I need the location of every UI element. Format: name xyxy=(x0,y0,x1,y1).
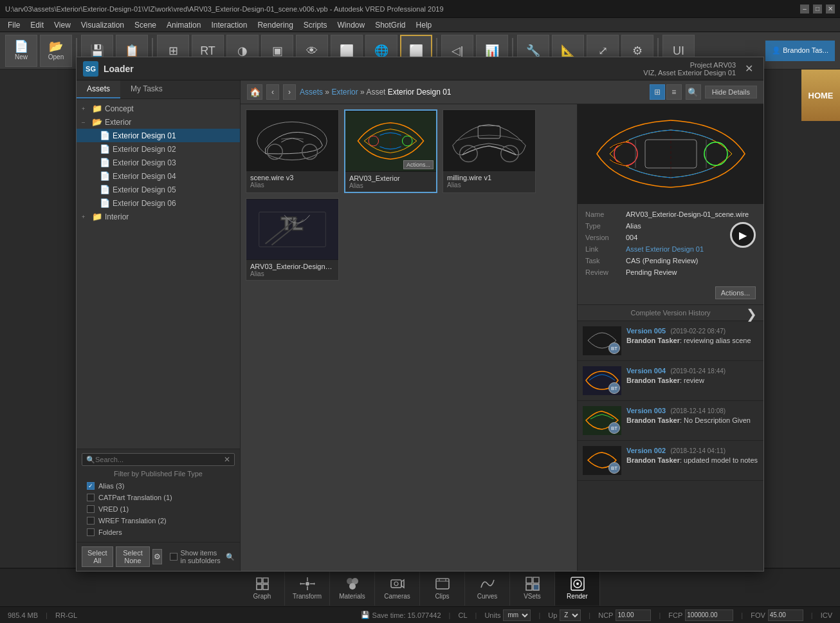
units-select[interactable]: mm cm m xyxy=(503,609,531,621)
taskbar-render[interactable]: Render xyxy=(555,570,600,606)
asset-actions-badge-2[interactable]: Actions... xyxy=(403,160,434,169)
detail-row-task: Task CAS (Pending Review) xyxy=(585,257,704,265)
open-button[interactable]: 📂 Open xyxy=(40,35,72,67)
menu-view[interactable]: View xyxy=(49,19,76,31)
curves-icon xyxy=(480,576,495,591)
detail-row-version: Version 004 xyxy=(585,234,704,241)
tree-item-exterior-design-02[interactable]: 📄 Exterior Design 02 xyxy=(77,142,240,156)
home-button[interactable]: HOME xyxy=(801,70,840,121)
fcp-input[interactable] xyxy=(685,609,733,621)
tree-item-exterior-design-03[interactable]: 📄 Exterior Design 03 xyxy=(77,156,240,169)
asset-grid: scene.wire v3 Alias xyxy=(241,104,577,571)
filter-vred-checkbox[interactable] xyxy=(87,505,95,513)
taskbar-vsets[interactable]: VSets xyxy=(510,570,555,606)
nav-back-button[interactable]: ‹ xyxy=(266,84,279,100)
tree-item-interior[interactable]: + 📁 Interior xyxy=(77,210,240,223)
tab-assets[interactable]: Assets xyxy=(77,80,120,98)
menu-edit[interactable]: Edit xyxy=(25,19,49,31)
menu-animation[interactable]: Animation xyxy=(161,19,206,31)
tree-item-exterior-design-06[interactable]: 📄 Exterior Design 06 xyxy=(77,196,240,210)
filter-catpart[interactable]: CATPart Translation (1) xyxy=(84,492,232,503)
filter-catpart-checkbox[interactable] xyxy=(87,494,95,501)
asset-name-3: milling.wire v1 xyxy=(447,174,531,181)
taskbar-graph[interactable]: Graph xyxy=(240,570,285,606)
new-button[interactable]: 📄 New xyxy=(5,35,37,67)
version-author-004: Brandon Tasker: review xyxy=(626,377,758,384)
units-status: Units mm cm m xyxy=(482,609,533,621)
taskbar-clips[interactable]: Clips xyxy=(420,570,465,606)
asset-card-1[interactable]: scene.wire v3 Alias xyxy=(246,109,339,193)
tree-item-exterior-design-04[interactable]: 📄 Exterior Design 04 xyxy=(77,169,240,183)
asset-info-1: scene.wire v3 Alias xyxy=(246,171,338,191)
tree-item-exterior[interactable]: – 📂 Exterior xyxy=(77,115,240,129)
close-button[interactable]: ✕ xyxy=(826,5,835,14)
tab-my-tasks[interactable]: My Tasks xyxy=(120,80,173,98)
menu-rendering[interactable]: Rendering xyxy=(252,19,298,31)
menu-help[interactable]: Help xyxy=(411,19,437,31)
taskbar-transform[interactable]: Transform xyxy=(285,570,330,606)
tree-item-exterior-design-01[interactable]: 📄 Exterior Design 01 xyxy=(77,129,240,142)
tree-item-exterior-design-05[interactable]: 📄 Exterior Design 05 xyxy=(77,183,240,196)
select-none-button[interactable]: Select None xyxy=(116,546,151,567)
asset-card-3[interactable]: milling.wire v1 Alias xyxy=(443,109,536,193)
subfolder-checkbox[interactable] xyxy=(170,553,178,561)
filter-catpart-label: CATPart Translation (1) xyxy=(98,494,172,501)
loader-nav-arrow[interactable]: ❯ xyxy=(746,306,757,322)
page-icon-ed05: 📄 xyxy=(100,185,110,194)
avatar-003: BT xyxy=(608,422,620,434)
filter-folders[interactable]: Folders xyxy=(84,526,232,538)
svg-rect-25 xyxy=(257,578,262,583)
detail-val-link[interactable]: Asset Exterior Design 01 xyxy=(626,245,704,253)
breadcrumb-exterior[interactable]: Exterior xyxy=(331,88,358,97)
filter-alias[interactable]: Alias (3) xyxy=(84,480,232,492)
menu-visualization[interactable]: Visualization xyxy=(76,19,129,31)
asset-card-4[interactable]: TL TL ARV03_Exterior-Design-0... Alias xyxy=(246,198,339,281)
taskbar-cameras[interactable]: Cameras xyxy=(375,570,420,606)
hide-details-button[interactable]: Hide Details xyxy=(705,86,757,98)
loader-close-button[interactable]: ✕ xyxy=(741,61,757,76)
tree-label-ed01: Exterior Design 01 xyxy=(113,131,176,140)
minimize-button[interactable]: – xyxy=(800,5,809,14)
play-button[interactable]: ▶ xyxy=(730,222,756,248)
asset-search-button[interactable]: 🔍 xyxy=(686,84,701,100)
svg-marker-34 xyxy=(300,582,301,585)
filter-vred[interactable]: VRED (1) xyxy=(84,503,232,515)
save-as-icon: 📋 xyxy=(125,45,139,57)
nav-forward-button[interactable]: › xyxy=(283,84,296,100)
detail-actions-button[interactable]: Actions... xyxy=(715,286,756,299)
menu-interaction[interactable]: Interaction xyxy=(206,19,252,31)
fov-input[interactable] xyxy=(768,609,803,621)
menu-shotgrid[interactable]: ShotGrid xyxy=(370,19,410,31)
taskbar-materials[interactable]: Materials xyxy=(330,570,375,606)
expand-icon-exterior: – xyxy=(82,119,89,126)
menu-scripts[interactable]: Scripts xyxy=(298,19,333,31)
filter-wref[interactable]: WREF Translation (2) xyxy=(84,515,232,526)
menu-scene[interactable]: Scene xyxy=(129,19,161,31)
breadcrumb-assets[interactable]: Assets xyxy=(300,88,323,97)
up-select[interactable]: Z Y xyxy=(560,609,581,621)
menu-window[interactable]: Window xyxy=(333,19,370,31)
user-button[interactable]: 👤 Brandon Tas... xyxy=(765,41,835,61)
asset-type-3: Alias xyxy=(447,181,531,189)
filter-wref-checkbox[interactable] xyxy=(87,517,95,525)
nav-home-button[interactable]: 🏠 xyxy=(247,84,262,100)
tree-item-concept[interactable]: + 📁 Concept xyxy=(77,102,240,115)
asset-card-2[interactable]: Actions... ARV03_Exterior Alias xyxy=(344,109,437,193)
taskbar-curves[interactable]: Curves xyxy=(465,570,510,606)
ncp-input[interactable] xyxy=(616,609,651,621)
maximize-button[interactable]: □ xyxy=(813,5,822,14)
subfolder-checkbox-area[interactable]: Show items in subfolders xyxy=(170,549,223,564)
search-clear-button[interactable]: ✕ xyxy=(224,455,230,464)
search-input[interactable] xyxy=(95,456,224,463)
filter-alias-checkbox[interactable] xyxy=(87,482,95,490)
asset-thumb-4: TL TL xyxy=(246,199,338,260)
filter-folders-checkbox[interactable] xyxy=(87,528,95,536)
svg-rect-49 xyxy=(533,584,539,590)
transform-icon xyxy=(300,576,315,591)
select-all-button[interactable]: Select All xyxy=(82,546,113,567)
grid-view-button[interactable]: ⊞ xyxy=(650,84,665,100)
list-view-button[interactable]: ≡ xyxy=(666,84,682,100)
menu-file[interactable]: File xyxy=(3,19,25,31)
up-status: Up Z Y xyxy=(545,609,583,621)
settings-gear-button[interactable]: ⚙ xyxy=(152,549,162,564)
